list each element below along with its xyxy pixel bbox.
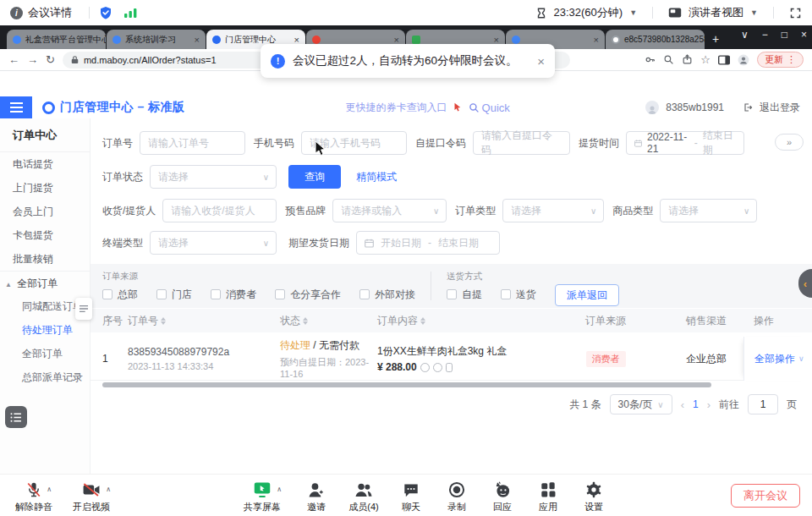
row-actions-cell[interactable]: 全部操作 ∨: [743, 337, 812, 381]
logout-label[interactable]: 退出登录: [760, 101, 800, 115]
meeting-info-icon[interactable]: i: [10, 7, 23, 19]
simple-mode-link[interactable]: 精简模式: [356, 170, 397, 184]
window-close-icon[interactable]: ×: [801, 29, 807, 41]
view-dropdown-icon[interactable]: ▼: [750, 8, 758, 17]
checkbox-store[interactable]: 门店: [156, 288, 192, 302]
chat-button[interactable]: 聊天: [387, 480, 435, 513]
notification-close-icon[interactable]: ×: [537, 54, 545, 69]
checkbox-icon[interactable]: [275, 289, 285, 299]
settings-button[interactable]: 设置: [570, 480, 617, 513]
share-screen-button[interactable]: ∧ 共享屏幕: [239, 480, 286, 513]
sort-icon[interactable]: [420, 317, 425, 325]
order-number[interactable]: 83859345088979792a: [128, 346, 280, 358]
checkbox-warehouse-coop[interactable]: 仓分享合作: [275, 288, 341, 302]
meeting-detail-label[interactable]: 会议详情: [28, 5, 72, 20]
presale-brand-select[interactable]: 请选择或输入: [332, 199, 447, 222]
checkbox-icon[interactable]: [501, 289, 511, 299]
goto-page-input[interactable]: 1: [748, 394, 778, 414]
sidebar-toggle-button[interactable]: [0, 96, 32, 118]
side-panel-icon[interactable]: [718, 55, 730, 65]
search-button[interactable]: 查询: [288, 165, 341, 189]
reactions-button[interactable]: 回应: [479, 480, 526, 513]
pickup-code-input[interactable]: 请输入自提口令码: [473, 131, 570, 155]
back-icon[interactable]: ←: [8, 53, 19, 66]
order-type-select[interactable]: 请选择: [502, 199, 604, 222]
prev-page-button[interactable]: ‹: [681, 398, 684, 411]
sidebar-item-batch-verify[interactable]: 批量核销: [0, 247, 90, 271]
logout-icon[interactable]: [743, 102, 753, 113]
expand-filters-button[interactable]: »: [775, 134, 804, 151]
start-video-button[interactable]: ∧ 开启视频: [68, 480, 115, 513]
unmute-button[interactable]: ∧ 解除静音: [10, 480, 58, 513]
profile-icon[interactable]: [738, 54, 749, 66]
sidebar-item-hq-dispatch[interactable]: 总部派单记录: [0, 365, 90, 389]
checkbox-icon[interactable]: [156, 289, 167, 299]
password-key-icon[interactable]: [645, 54, 656, 65]
checkbox-self-pickup[interactable]: 自提: [447, 288, 482, 302]
goods-type-select[interactable]: 请选择: [660, 199, 757, 222]
terminal-type-select[interactable]: 请选择: [150, 231, 277, 255]
sidebar-item-phone-pickup[interactable]: 电话提货: [0, 152, 90, 176]
table-row[interactable]: 1 83859345088979792a 2023-11-13 14:33:34…: [91, 337, 812, 381]
new-tab-button[interactable]: +: [712, 32, 719, 46]
view-mode-label[interactable]: 演讲者视图: [689, 5, 743, 20]
ship-date-range[interactable]: 开始日期 - 结束日期: [356, 231, 500, 255]
browser-tab[interactable]: 礼盒营销平台管理中心 ×: [7, 30, 106, 49]
leave-meeting-button[interactable]: 离开会议: [731, 484, 800, 508]
sidebar-group-all-orders[interactable]: ▲ 全部订单: [0, 271, 90, 294]
tab-close-icon[interactable]: ×: [294, 35, 299, 45]
receiver-input[interactable]: 请输入收货/提货人: [162, 199, 277, 222]
pickup-time-range[interactable]: 2022-11-21 - 结束日期: [626, 131, 744, 155]
video-options-chevron[interactable]: ∧: [106, 486, 111, 493]
checkbox-consumer[interactable]: 消费者: [211, 288, 256, 302]
checkbox-icon[interactable]: [102, 289, 112, 299]
order-status-select[interactable]: 请选择: [150, 165, 277, 189]
window-maximize-icon[interactable]: □: [782, 29, 787, 41]
tab-close-icon[interactable]: ×: [394, 35, 399, 45]
sidebar-item-card-pickup[interactable]: 卡包提货: [0, 223, 90, 247]
order-no-input[interactable]: 请输入订单号: [140, 131, 245, 155]
checkbox-icon[interactable]: [447, 289, 457, 299]
next-page-button[interactable]: ›: [707, 398, 710, 411]
apps-button[interactable]: 应用: [524, 480, 572, 513]
zoom-icon[interactable]: [663, 54, 674, 65]
tab-close-icon[interactable]: ×: [594, 35, 599, 45]
horizontal-scrollbar[interactable]: [102, 382, 711, 387]
tab-close-icon[interactable]: ×: [195, 35, 200, 45]
promo-link[interactable]: 更快捷的券卡查询入口: [346, 101, 462, 115]
browser-tab[interactable]: 系统培训学习 ×: [107, 30, 206, 49]
network-signal-icon[interactable]: [123, 6, 139, 19]
sort-icon[interactable]: [161, 317, 166, 325]
checkbox-hq[interactable]: 总部: [102, 288, 138, 302]
sidebar-item-all-orders[interactable]: 全部订单: [0, 342, 90, 365]
forward-icon[interactable]: →: [27, 53, 38, 66]
page-size-select[interactable]: 30条/页 ∨: [610, 394, 672, 414]
quick-search-link[interactable]: Quick: [469, 102, 510, 114]
sidebar-item-door-pickup[interactable]: 上门提货: [0, 176, 90, 200]
sidebar-item-member-visit[interactable]: 会员上门: [0, 200, 90, 223]
mute-options-chevron[interactable]: ∧: [47, 486, 52, 493]
tab-search-icon[interactable]: ∨: [741, 29, 749, 41]
bookmark-star-icon[interactable]: ☆: [700, 53, 710, 66]
reload-icon[interactable]: ↻: [46, 53, 55, 66]
invite-button[interactable]: 邀请: [293, 480, 340, 513]
members-button[interactable]: 成员(4): [340, 480, 387, 513]
fullscreen-icon[interactable]: [789, 7, 802, 19]
share-options-chevron[interactable]: ∧: [277, 486, 282, 493]
timer-dropdown-icon[interactable]: ▼: [629, 8, 637, 17]
dispatch-return-button[interactable]: 派单退回: [555, 284, 619, 306]
browser-tab[interactable]: e8c573980b1328a258fd2e6f8 ×: [606, 30, 705, 49]
checkbox-icon[interactable]: [211, 289, 221, 299]
all-actions-link[interactable]: 全部操作: [754, 352, 795, 366]
sidebar-drag-handle[interactable]: [75, 298, 92, 320]
checkbox-external[interactable]: 外部对接: [359, 288, 415, 302]
browser-update-button[interactable]: 更新 ⋮: [757, 52, 804, 68]
sort-icon[interactable]: [303, 317, 308, 325]
tab-close-icon[interactable]: ×: [494, 35, 499, 45]
share-icon[interactable]: [682, 54, 693, 65]
user-avatar[interactable]: [645, 101, 659, 114]
security-shield-icon[interactable]: [98, 5, 113, 20]
sidebar-item-pending-orders[interactable]: 待处理订单: [0, 318, 90, 342]
quick-list-float-button[interactable]: [5, 406, 27, 428]
checkbox-icon[interactable]: [359, 289, 370, 299]
